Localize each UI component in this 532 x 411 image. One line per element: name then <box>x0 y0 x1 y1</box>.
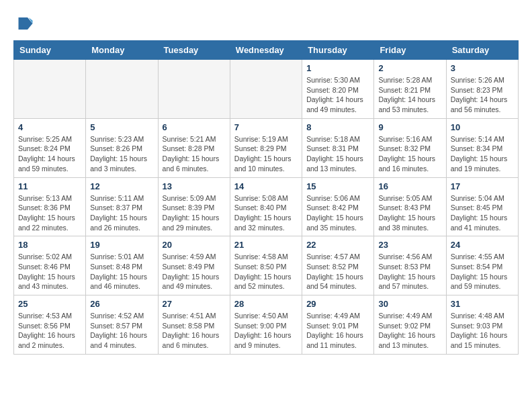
day-number: 13 <box>163 181 226 191</box>
day-info: Sunrise: 5:11 AM Sunset: 8:37 PM Dayligh… <box>90 193 153 233</box>
calendar-cell <box>230 60 302 119</box>
day-info: Sunrise: 5:08 AM Sunset: 8:40 PM Dayligh… <box>234 193 298 233</box>
day-info: Sunrise: 5:21 AM Sunset: 8:28 PM Dayligh… <box>163 134 226 174</box>
day-number: 16 <box>378 181 441 191</box>
day-info: Sunrise: 5:14 AM Sunset: 8:34 PM Dayligh… <box>451 134 514 174</box>
calendar-cell: 4Sunrise: 5:25 AM Sunset: 8:24 PM Daylig… <box>14 118 86 177</box>
calendar-cell: 9Sunrise: 5:16 AM Sunset: 8:32 PM Daylig… <box>374 118 446 177</box>
calendar-cell: 11Sunrise: 5:13 AM Sunset: 8:36 PM Dayli… <box>14 177 86 236</box>
day-number: 25 <box>18 299 81 309</box>
page-container: SundayMondayTuesdayWednesdayThursdayFrid… <box>0 0 532 361</box>
day-number: 9 <box>378 122 441 132</box>
weekday-header-monday: Monday <box>86 41 158 60</box>
calendar-cell: 30Sunrise: 4:49 AM Sunset: 9:02 PM Dayli… <box>374 295 446 355</box>
day-number: 29 <box>306 299 369 309</box>
day-number: 4 <box>18 122 81 132</box>
week-row-5: 25Sunrise: 4:53 AM Sunset: 8:56 PM Dayli… <box>14 295 519 355</box>
calendar-cell: 13Sunrise: 5:09 AM Sunset: 8:39 PM Dayli… <box>158 177 230 236</box>
day-number: 3 <box>451 63 514 73</box>
day-info: Sunrise: 4:59 AM Sunset: 8:49 PM Dayligh… <box>163 252 226 291</box>
day-info: Sunrise: 4:58 AM Sunset: 8:50 PM Dayligh… <box>234 252 298 291</box>
calendar-cell: 2Sunrise: 5:28 AM Sunset: 8:21 PM Daylig… <box>374 60 446 119</box>
day-number: 5 <box>90 122 153 132</box>
day-info: Sunrise: 4:48 AM Sunset: 9:03 PM Dayligh… <box>451 311 514 351</box>
day-info: Sunrise: 5:05 AM Sunset: 8:43 PM Dayligh… <box>378 193 441 233</box>
calendar-cell: 22Sunrise: 4:57 AM Sunset: 8:52 PM Dayli… <box>302 236 374 295</box>
calendar-cell: 7Sunrise: 5:19 AM Sunset: 8:29 PM Daylig… <box>230 118 302 177</box>
calendar-cell: 29Sunrise: 4:49 AM Sunset: 9:01 PM Dayli… <box>302 295 374 355</box>
calendar-cell <box>158 60 230 119</box>
calendar-cell: 10Sunrise: 5:14 AM Sunset: 8:34 PM Dayli… <box>446 118 518 177</box>
calendar-cell: 24Sunrise: 4:55 AM Sunset: 8:54 PM Dayli… <box>446 236 518 295</box>
day-number: 30 <box>378 299 441 309</box>
day-info: Sunrise: 5:30 AM Sunset: 8:20 PM Dayligh… <box>306 75 369 115</box>
calendar-cell: 15Sunrise: 5:06 AM Sunset: 8:42 PM Dayli… <box>302 177 374 236</box>
day-info: Sunrise: 4:51 AM Sunset: 8:58 PM Dayligh… <box>163 311 226 351</box>
calendar-cell: 5Sunrise: 5:23 AM Sunset: 8:26 PM Daylig… <box>86 118 158 177</box>
calendar-cell: 1Sunrise: 5:30 AM Sunset: 8:20 PM Daylig… <box>302 60 374 119</box>
day-number: 27 <box>163 299 226 309</box>
day-info: Sunrise: 5:26 AM Sunset: 8:23 PM Dayligh… <box>451 75 514 115</box>
day-number: 19 <box>90 240 153 250</box>
calendar-cell: 12Sunrise: 5:11 AM Sunset: 8:37 PM Dayli… <box>86 177 158 236</box>
week-row-4: 18Sunrise: 5:02 AM Sunset: 8:46 PM Dayli… <box>14 236 519 295</box>
day-number: 22 <box>306 240 369 250</box>
day-info: Sunrise: 5:23 AM Sunset: 8:26 PM Dayligh… <box>90 134 153 174</box>
calendar-cell: 8Sunrise: 5:18 AM Sunset: 8:31 PM Daylig… <box>302 118 374 177</box>
day-info: Sunrise: 5:19 AM Sunset: 8:29 PM Dayligh… <box>234 134 298 174</box>
calendar-cell <box>86 60 158 119</box>
calendar-cell: 31Sunrise: 4:48 AM Sunset: 9:03 PM Dayli… <box>446 295 518 355</box>
day-info: Sunrise: 5:04 AM Sunset: 8:45 PM Dayligh… <box>451 193 514 233</box>
day-number: 20 <box>163 240 226 250</box>
day-number: 8 <box>306 122 369 132</box>
day-info: Sunrise: 4:49 AM Sunset: 9:01 PM Dayligh… <box>306 311 369 351</box>
weekday-header-tuesday: Tuesday <box>158 41 230 60</box>
weekday-header-friday: Friday <box>374 41 446 60</box>
day-number: 10 <box>451 122 514 132</box>
day-info: Sunrise: 4:49 AM Sunset: 9:02 PM Dayligh… <box>378 311 441 351</box>
day-number: 24 <box>451 240 514 250</box>
day-info: Sunrise: 4:56 AM Sunset: 8:53 PM Dayligh… <box>378 252 441 291</box>
calendar-cell: 26Sunrise: 4:52 AM Sunset: 8:57 PM Dayli… <box>86 295 158 355</box>
day-number: 17 <box>451 181 514 191</box>
day-number: 11 <box>18 181 81 191</box>
day-info: Sunrise: 5:18 AM Sunset: 8:31 PM Dayligh… <box>306 134 369 174</box>
day-number: 23 <box>378 240 441 250</box>
day-number: 2 <box>378 63 441 73</box>
day-number: 6 <box>163 122 226 132</box>
calendar-table: SundayMondayTuesdayWednesdayThursdayFrid… <box>13 40 519 355</box>
day-info: Sunrise: 5:13 AM Sunset: 8:36 PM Dayligh… <box>18 193 81 233</box>
calendar-cell: 27Sunrise: 4:51 AM Sunset: 8:58 PM Dayli… <box>158 295 230 355</box>
calendar-cell: 21Sunrise: 4:58 AM Sunset: 8:50 PM Dayli… <box>230 236 302 295</box>
day-number: 12 <box>90 181 153 191</box>
calendar-cell: 20Sunrise: 4:59 AM Sunset: 8:49 PM Dayli… <box>158 236 230 295</box>
calendar-cell: 3Sunrise: 5:26 AM Sunset: 8:23 PM Daylig… <box>446 60 518 119</box>
day-number: 18 <box>18 240 81 250</box>
calendar-cell: 28Sunrise: 4:50 AM Sunset: 9:00 PM Dayli… <box>230 295 302 355</box>
page-header <box>13 13 519 34</box>
weekday-header-row: SundayMondayTuesdayWednesdayThursdayFrid… <box>14 41 519 60</box>
weekday-header-saturday: Saturday <box>446 41 518 60</box>
calendar-cell: 16Sunrise: 5:05 AM Sunset: 8:43 PM Dayli… <box>374 177 446 236</box>
calendar-cell: 18Sunrise: 5:02 AM Sunset: 8:46 PM Dayli… <box>14 236 86 295</box>
day-info: Sunrise: 5:06 AM Sunset: 8:42 PM Dayligh… <box>306 193 369 233</box>
day-number: 28 <box>234 299 298 309</box>
day-info: Sunrise: 5:02 AM Sunset: 8:46 PM Dayligh… <box>18 252 81 291</box>
logo-icon <box>13 13 34 34</box>
weekday-header-thursday: Thursday <box>302 41 374 60</box>
day-info: Sunrise: 4:52 AM Sunset: 8:57 PM Dayligh… <box>90 311 153 351</box>
day-number: 26 <box>90 299 153 309</box>
week-row-2: 4Sunrise: 5:25 AM Sunset: 8:24 PM Daylig… <box>14 118 519 177</box>
calendar-cell <box>14 60 86 119</box>
calendar-cell: 6Sunrise: 5:21 AM Sunset: 8:28 PM Daylig… <box>158 118 230 177</box>
day-number: 15 <box>306 181 369 191</box>
day-info: Sunrise: 4:53 AM Sunset: 8:56 PM Dayligh… <box>18 311 81 351</box>
logo <box>13 13 36 34</box>
day-info: Sunrise: 4:57 AM Sunset: 8:52 PM Dayligh… <box>306 252 369 291</box>
weekday-header-wednesday: Wednesday <box>230 41 302 60</box>
day-info: Sunrise: 5:28 AM Sunset: 8:21 PM Dayligh… <box>378 75 441 115</box>
calendar-cell: 19Sunrise: 5:01 AM Sunset: 8:48 PM Dayli… <box>86 236 158 295</box>
day-info: Sunrise: 5:25 AM Sunset: 8:24 PM Dayligh… <box>18 134 81 174</box>
day-info: Sunrise: 5:01 AM Sunset: 8:48 PM Dayligh… <box>90 252 153 291</box>
calendar-cell: 17Sunrise: 5:04 AM Sunset: 8:45 PM Dayli… <box>446 177 518 236</box>
